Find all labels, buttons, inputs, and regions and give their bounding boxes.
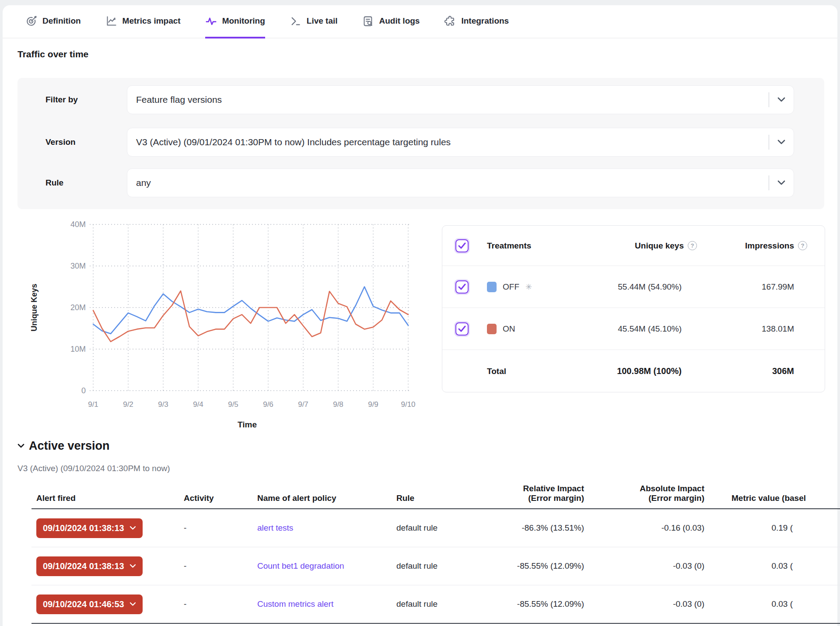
help-icon[interactable]: ? — [798, 241, 807, 250]
rule-label: Rule — [46, 168, 63, 197]
alerts-col-header: Activity — [184, 493, 257, 503]
rule-cell: default rule — [396, 523, 513, 533]
tab-label: Live tail — [307, 16, 338, 26]
treatment-checkbox[interactable] — [455, 239, 469, 252]
tab-label: Audit logs — [379, 16, 420, 26]
active-version-header[interactable]: Active version — [18, 439, 110, 453]
tab-definition[interactable]: Definition — [25, 5, 81, 38]
traffic-chart: 010M20M30M40M9/19/29/39/49/59/69/79/89/9… — [26, 219, 429, 437]
tab-label: Integrations — [461, 16, 509, 26]
unique-keys-col-header: Unique keys — [635, 241, 684, 251]
tab-label: Metrics impact — [122, 16, 181, 26]
relative-impact-cell: -85.55% (12.09%) — [513, 599, 584, 609]
metric-value-cell: 0.03 ( — [704, 561, 840, 571]
chevron-down-icon[interactable] — [769, 97, 794, 102]
chevron-down-icon[interactable] — [769, 140, 794, 145]
tab-label: Monitoring — [222, 16, 265, 26]
tab-bar: DefinitionMetrics impactMonitoringLive t… — [3, 5, 837, 38]
svg-text:40M: 40M — [70, 220, 86, 229]
svg-text:9/9: 9/9 — [368, 400, 378, 409]
treatment-row-off: OFF✳55.44M (54.90%)167.99M — [442, 266, 825, 308]
version-row: Version V3 (Active) (09/01/2024 01:30PM … — [18, 128, 824, 157]
help-icon[interactable]: ? — [688, 241, 697, 250]
treatment-checkbox[interactable] — [455, 322, 469, 336]
total-impressions: 306M — [701, 366, 812, 376]
svg-text:9/3: 9/3 — [158, 400, 168, 409]
absolute-impact-cell: -0.03 (0) — [584, 599, 704, 609]
chevron-down-icon — [130, 602, 136, 606]
alerts-table: Alert firedActivityName of alert policyR… — [32, 480, 840, 624]
svg-text:20M: 20M — [70, 303, 86, 312]
svg-text:9/8: 9/8 — [333, 400, 343, 409]
alerts-col-header: Name of alert policy — [257, 493, 396, 503]
rule-cell: default rule — [396, 599, 513, 609]
metric-value-cell: 0.03 ( — [704, 599, 840, 609]
filter-by-value: Feature flag versions — [136, 94, 769, 105]
filter-by-select[interactable]: Feature flag versions — [127, 85, 794, 114]
treatments-panel: TreatmentsUnique keys?Impressions?OFF✳55… — [442, 225, 825, 392]
app-window: DefinitionMetrics impactMonitoringLive t… — [3, 5, 837, 626]
rule-value: any — [136, 178, 769, 188]
impressions-value: 138.01M — [701, 324, 812, 334]
impressions-col-header: Impressions — [745, 241, 794, 251]
svg-text:30M: 30M — [70, 262, 86, 270]
chevron-down-icon — [130, 564, 136, 568]
tab-integrations[interactable]: Integrations — [444, 5, 509, 38]
alert-fired-badge[interactable]: 09/10/2024 01:38:13 — [36, 518, 143, 538]
alert-fired-badge[interactable]: 09/10/2024 01:38:13 — [36, 556, 143, 576]
filter-panel: Filter by Feature flag versions Version … — [18, 78, 824, 209]
svg-text:9/1: 9/1 — [88, 400, 98, 409]
alerts-col-header: Rule — [396, 493, 513, 503]
chevron-down-icon — [18, 444, 24, 448]
total-unique-keys: 100.98M (100%) — [570, 366, 701, 376]
active-version-title: Active version — [29, 439, 110, 453]
series-swatch — [487, 282, 497, 292]
y-axis-title: Unique Keys — [30, 283, 38, 331]
rule-cell: default rule — [396, 561, 513, 571]
alert-policy-link[interactable]: alert tests — [257, 523, 293, 532]
series-swatch — [487, 324, 497, 334]
absolute-impact-cell: -0.03 (0) — [584, 561, 704, 571]
impressions-value: 167.99M — [701, 282, 812, 292]
activity-cell: - — [184, 599, 257, 609]
alert-fired-badge[interactable]: 09/10/2024 01:46:53 — [36, 595, 143, 614]
chevron-down-icon[interactable] — [769, 180, 794, 185]
tab-metrics-impact[interactable]: Metrics impact — [105, 5, 181, 38]
alerts-col-header: Metric value (basel — [704, 493, 840, 503]
alert-row: 09/10/2024 01:46:53-Custom metrics alert… — [32, 585, 840, 624]
treatments-header-row: TreatmentsUnique keys?Impressions? — [442, 226, 825, 266]
x-axis-title: Time — [238, 420, 257, 429]
rule-row: Rule any — [18, 168, 824, 197]
total-label: Total — [487, 367, 506, 376]
alert-policy-link[interactable]: Custom metrics alert — [257, 599, 333, 609]
svg-text:9/6: 9/6 — [263, 400, 273, 409]
svg-text:10M: 10M — [70, 345, 86, 353]
alert-row: 09/10/2024 01:38:13-Count bet1 degradati… — [32, 547, 840, 585]
alerts-col-header: Relative Impact (Error margin) — [513, 484, 584, 503]
svg-text:0: 0 — [81, 386, 86, 395]
unique-keys-value: 45.54M (45.10%) — [570, 324, 701, 334]
page-title: Traffic over time — [18, 49, 88, 59]
tab-audit-logs[interactable]: Audit logs — [362, 5, 420, 38]
tab-live-tail[interactable]: Live tail — [290, 5, 338, 38]
alert-fired-timestamp: 09/10/2024 01:46:53 — [43, 599, 124, 609]
live-tail-icon — [290, 15, 301, 27]
svg-text:9/5: 9/5 — [228, 400, 238, 409]
alert-fired-timestamp: 09/10/2024 01:38:13 — [43, 523, 124, 533]
audit-logs-icon — [362, 15, 374, 27]
svg-text:9/10: 9/10 — [401, 400, 415, 409]
alert-policy-link[interactable]: Count bet1 degradation — [257, 561, 344, 570]
svg-text:9/4: 9/4 — [193, 400, 203, 409]
definition-icon — [25, 15, 37, 27]
relative-impact-cell: -86.3% (13.51%) — [513, 523, 584, 533]
activity-cell: - — [184, 561, 257, 571]
active-version-subtitle: V3 (Active) (09/10/2024 01:30PM to now) — [18, 464, 170, 473]
rule-select[interactable]: any — [127, 168, 794, 197]
treatment-row-on: ON45.54M (45.10%)138.01M — [442, 308, 825, 350]
alerts-col-header: Alert fired — [32, 493, 184, 503]
treatment-checkbox[interactable] — [455, 280, 469, 294]
tab-monitoring[interactable]: Monitoring — [205, 5, 265, 38]
version-value: V3 (Active) (09/01/2024 01:30PM to now) … — [136, 137, 769, 147]
metrics-impact-icon — [105, 15, 117, 27]
version-select[interactable]: V3 (Active) (09/01/2024 01:30PM to now) … — [127, 128, 794, 157]
